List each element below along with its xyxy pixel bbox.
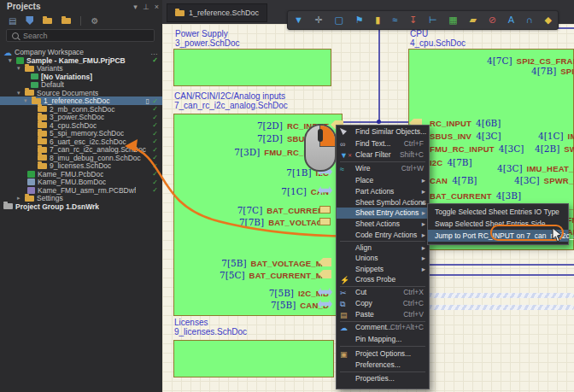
tree-item-settings[interactable]: ▸ Settings bbox=[0, 194, 162, 202]
menu-copy[interactable]: CopyCtrl+C bbox=[337, 298, 429, 309]
tree-item-workspace[interactable]: ☁ Company Workspace … bbox=[0, 48, 162, 56]
net-label-icon[interactable] bbox=[469, 12, 476, 28]
sheet-entry[interactable]: 7[5C]BAT_CURRENT_MB bbox=[179, 270, 329, 280]
power-port-icon[interactable] bbox=[409, 12, 417, 28]
wire-icon bbox=[340, 165, 350, 173]
sheet-entry[interactable]: FMU_RC_INPUT4[3C] bbox=[430, 143, 524, 154]
tree-item-project-group[interactable]: Project Group 1.DsnWrk bbox=[0, 202, 162, 211]
move-icon[interactable] bbox=[315, 12, 323, 28]
shield-icon[interactable] bbox=[26, 16, 33, 25]
menu-find-similar[interactable]: Find Similar Objects... bbox=[337, 126, 429, 137]
menu-find-text[interactable]: Find Text...Ctrl+F bbox=[337, 138, 429, 149]
menu-cross-probe[interactable]: Cross Probe bbox=[337, 274, 429, 285]
menu-project-options[interactable]: Project Options... bbox=[337, 348, 429, 360]
menu-snippets[interactable]: Snippets bbox=[337, 264, 429, 275]
no-erc-icon[interactable] bbox=[489, 12, 496, 28]
menu-separator bbox=[340, 346, 425, 347]
menu-clear-filter[interactable]: Clear FilterShift+C bbox=[337, 149, 429, 161]
menu-part-actions[interactable]: Part Actions bbox=[337, 186, 429, 197]
tree-item-variants[interactable]: ▾ Variants bbox=[0, 64, 162, 73]
panel-pin-icon[interactable]: ⊥ bbox=[143, 3, 149, 11]
wire-vertical[interactable] bbox=[378, 27, 380, 123]
menu-sheet-symbol-actions[interactable]: Sheet Symbol Actions bbox=[337, 197, 429, 208]
wire-right-2[interactable] bbox=[423, 274, 574, 276]
inner-ref: 4[3C]IMU_HEAT_CT bbox=[497, 163, 574, 173]
sheet-entry[interactable]: 7[7B]BAT_VOLTAGE bbox=[179, 217, 329, 227]
arc-icon[interactable] bbox=[526, 12, 533, 28]
caret-down-icon[interactable]: ▾ bbox=[17, 65, 22, 72]
menu-sheet-actions[interactable]: Sheet Actions bbox=[337, 219, 429, 230]
menu-unions[interactable]: Unions bbox=[337, 253, 429, 264]
tree-item-2-mb-conn[interactable]: 2_mb_conn.SchDoc ✓ bbox=[0, 105, 162, 114]
menu-code-entry-actions[interactable]: Code Entry Actions bbox=[337, 230, 429, 241]
sheet-entry[interactable]: 7[5B]BAT_VOLTAGE_MB bbox=[179, 258, 329, 268]
wire-right-1[interactable] bbox=[423, 264, 574, 266]
text-icon[interactable] bbox=[508, 12, 514, 28]
folder-icon bbox=[38, 114, 47, 120]
search-box[interactable]: Search bbox=[6, 29, 155, 42]
sheet-label-cpu: CPU 4_cpu.SchDoc bbox=[410, 29, 466, 48]
place-part-icon[interactable] bbox=[375, 12, 380, 28]
parameter-icon[interactable] bbox=[544, 12, 551, 28]
tree-item-5-spi-memory[interactable]: 5_spi_memory.SchDoc ✓ bbox=[0, 129, 162, 137]
menu-properties[interactable]: Properties... bbox=[337, 373, 429, 384]
bus-dimmed-1[interactable] bbox=[423, 293, 574, 298]
tree-item-6-uart-esc-i2c[interactable]: 6_uart_esc_i2c.SchDoc ✓ bbox=[0, 137, 162, 146]
wire-icon[interactable] bbox=[392, 12, 397, 28]
tree-item-7-can-rc-i2c-analog[interactable]: 7_can_rc_i2c_analog.SchDoc ✓ bbox=[0, 145, 162, 154]
caret-down-icon[interactable]: ▾ bbox=[24, 97, 29, 104]
explorer-folder-icon[interactable] bbox=[62, 18, 71, 24]
list-view-icon[interactable]: ▤ bbox=[9, 16, 16, 26]
tree-item-1-reference[interactable]: ▾ 1_reference.SchDoc ▯ ✓ bbox=[0, 97, 162, 105]
menu-sheet-entry-actions[interactable]: Sheet Entry Actions bbox=[337, 208, 429, 219]
caret-down-icon[interactable]: ▾ bbox=[17, 90, 22, 97]
sheet-entry[interactable]: BAT_CURRENT4[3B] bbox=[430, 190, 521, 201]
submenu-toggle-io-type[interactable]: Toggle Selected Sheet Entries IO Type bbox=[428, 206, 568, 218]
panel-dropdown-icon[interactable]: ▾ bbox=[133, 3, 138, 11]
tree-item-pcbdwf[interactable]: Kame_FMU_asm_rm.PCBDwf ✓ bbox=[0, 186, 162, 195]
more-icon[interactable]: … bbox=[150, 48, 158, 56]
dimension-icon[interactable] bbox=[429, 12, 437, 28]
menu-cut[interactable]: CutCtrl+X bbox=[337, 287, 429, 298]
tree-item-8-imu-debug-conn[interactable]: 8_imu_debug_conn.SchDoc ✓ bbox=[0, 154, 162, 162]
menu-pin-mapping[interactable]: Pin Mapping... bbox=[337, 334, 429, 345]
menu-place[interactable]: Place bbox=[337, 175, 429, 186]
sheet-entry[interactable]: SBUS_INV4[3C] bbox=[430, 131, 501, 141]
sheet-entry[interactable]: 7[5B]I2C_MB bbox=[179, 288, 329, 298]
search-placeholder: Search bbox=[23, 32, 48, 40]
tree-item-3-power[interactable]: 3_power.SchDoc ✓ bbox=[0, 113, 162, 121]
ic-part-icon[interactable] bbox=[448, 12, 457, 28]
sheet-entry[interactable]: 7[7C]BAT_CURRENT bbox=[179, 205, 329, 215]
panel-close-icon[interactable]: × bbox=[155, 3, 159, 11]
caret-down-icon[interactable]: ▾ bbox=[9, 57, 14, 64]
tab-1-reference[interactable]: 1_reference.SchDoc bbox=[167, 3, 267, 22]
wire-rc-input[interactable] bbox=[343, 121, 408, 123]
sheet-symbol-licenses[interactable] bbox=[173, 340, 334, 377]
filter-icon[interactable] bbox=[294, 12, 303, 28]
bus-dimmed-2[interactable] bbox=[423, 305, 574, 310]
sheet-entry[interactable]: 7[1C]CAN bbox=[179, 186, 329, 196]
tree-item-9-licenses[interactable]: 9_licenses.SchDoc ✓ bbox=[0, 161, 162, 170]
tree-item-project[interactable]: ▾ Sample - Kame_FMU.PrjPCB ✓ bbox=[0, 56, 162, 65]
menu-align[interactable]: Align bbox=[337, 243, 429, 254]
menu-preferences[interactable]: Preferences... bbox=[337, 360, 429, 371]
tree-item-source-documents[interactable]: ▾ Source Documents bbox=[0, 89, 162, 97]
caret-right-icon[interactable]: ▸ bbox=[17, 195, 22, 202]
tree-item-pcbdoc[interactable]: Kame_FMU.PcbDoc ✓ bbox=[0, 170, 162, 178]
port-icon[interactable] bbox=[355, 12, 364, 28]
menu-wire[interactable]: WireCtrl+W bbox=[337, 163, 429, 174]
projects-panel-header: Projects ▾ ⊥ × bbox=[0, 0, 162, 13]
gear-icon[interactable]: ⚙ bbox=[91, 16, 98, 26]
sheet-entry[interactable]: I2C4[7B] bbox=[430, 157, 472, 167]
sheet-entry[interactable]: 7[5B]CAN_D bbox=[179, 300, 329, 310]
tree-item-bomdoc[interactable]: Kame_FMU.BomDoc ✓ bbox=[0, 178, 162, 186]
selection-rect-icon[interactable] bbox=[335, 12, 343, 28]
menu-comment[interactable]: Comment...Ctrl+Alt+C bbox=[337, 322, 429, 333]
tree-item-no-variations[interactable]: [No Variations] bbox=[0, 73, 162, 81]
sheet-entry[interactable]: RC_INPUT4[6B] bbox=[430, 118, 501, 128]
sheet-symbol-power[interactable] bbox=[173, 49, 331, 86]
open-project-icon[interactable] bbox=[43, 18, 52, 24]
sheet-entry[interactable]: CAN4[7B] bbox=[430, 175, 477, 185]
tree-item-4-cpu[interactable]: 4_cpu.SchDoc ✓ bbox=[0, 121, 162, 130]
menu-paste[interactable]: PasteCtrl+V bbox=[337, 309, 429, 320]
